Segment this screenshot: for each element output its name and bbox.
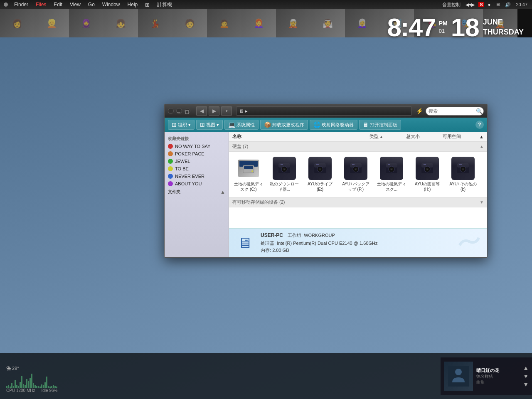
sidebar-dot-red [168, 144, 173, 149]
photo-7[interactable]: 🙍 [207, 9, 241, 37]
disks-section-header[interactable]: 硬盘 (7) ▲ [229, 142, 487, 152]
sidebar-item-tobe[interactable]: TO BE [165, 165, 229, 172]
nav-small[interactable]: ▾ [221, 106, 232, 116]
clock-ampm-day: PM 01 [439, 20, 448, 35]
cpu-bar [44, 382, 46, 388]
sidebar-item-label: TO BE [175, 166, 189, 171]
system-icon: 💻 [228, 121, 235, 128]
address-bar[interactable]: 🖥 ▸ [236, 106, 412, 116]
cpu-bar [18, 386, 19, 388]
window-toolbar: ⊞ 组织 ▾ ⊞ 视图 ▾ 💻 系统属性 📦 卸载或更改程序 🌐 映射网络驱动器… [165, 118, 487, 132]
computer-name: USER-PC [261, 232, 283, 238]
finder-menu[interactable]: Finder [11, 1, 32, 8]
cpu-bar [21, 376, 22, 388]
search-icon: 🔍 [476, 108, 483, 114]
drive-d[interactable]: 私のダウンロード器... [268, 155, 300, 194]
back-button[interactable]: ◀ [196, 106, 207, 116]
photo-5[interactable]: 💃 [138, 9, 172, 37]
sidebar-item-nowayto[interactable]: NO WAY TO SAY [165, 143, 229, 150]
music-album: 曲集 [476, 379, 520, 385]
help-menu[interactable]: Help [124, 1, 141, 8]
edit-menu[interactable]: Edit [50, 1, 66, 8]
svg-point-28 [391, 169, 392, 170]
drive-h[interactable]: AYUの図画等 (H:) [411, 155, 443, 194]
view-menu[interactable]: View [66, 1, 84, 8]
sidebar-dot-blue [168, 174, 173, 179]
cpu-bar [28, 381, 29, 388]
removable-section: 有可移动存储媒的设备 (2) ▼ [229, 197, 487, 207]
cpu-bar [31, 374, 32, 388]
map-drive-button[interactable]: 🌐 映射网络驱动器 [310, 120, 357, 130]
window-menu[interactable]: Window [99, 1, 123, 8]
control-panel-button[interactable]: 🖥 打开控制面板 [359, 120, 401, 130]
photo-9[interactable]: 🧝 [276, 9, 310, 37]
sidebar-item-poker[interactable]: POKER PACE [165, 150, 229, 158]
files-menu[interactable]: Files [32, 1, 49, 8]
go-menu[interactable]: Go [85, 1, 98, 8]
sidebar-item-jewel[interactable]: JEWEL [165, 158, 229, 165]
search-input[interactable] [429, 108, 474, 113]
cpu-bar [16, 385, 17, 388]
uninstall-button[interactable]: 📦 卸载或更改程序 [260, 120, 308, 130]
weather-widget: 🌦 29° [6, 366, 19, 371]
drive-i[interactable]: AYU+その他の (I:) [447, 155, 479, 194]
svg-point-40 [463, 169, 463, 170]
col-type[interactable]: 类型 ▲ [369, 133, 403, 140]
cpu-bar [43, 385, 44, 388]
s-icon: S [478, 2, 484, 7]
organize-button[interactable]: ⊞ 组织 ▾ [168, 120, 195, 130]
window-minimize-button[interactable] [176, 108, 182, 114]
memory-value: 2.00 GB [272, 248, 289, 253]
col-free[interactable]: 可用空间 [443, 133, 476, 140]
clock-time: 8:47 [387, 12, 436, 42]
window-maximize-button[interactable] [185, 108, 190, 114]
photo-2[interactable]: 👱 [34, 9, 69, 37]
idle-label: Idle 96% [41, 388, 57, 393]
clock-widget: 8:47 PM 01 18 JUNE THURSDAY [387, 12, 524, 42]
photo-10[interactable]: 👰 [310, 9, 345, 37]
photo-6[interactable]: 🧑 [172, 9, 207, 37]
forward-button[interactable]: ▶ [209, 106, 219, 116]
drive-c[interactable]: 土地の磁気ディスク (C:) [232, 155, 265, 194]
sidebar-item-neverever[interactable]: NEVER EVER [165, 172, 229, 180]
view-button[interactable]: ⊞ 视图 ▾ [196, 120, 223, 130]
bottom-bar: 🌦 29° [0, 353, 532, 399]
photo-11[interactable]: 👩‍🦳 [345, 9, 379, 37]
drive-e[interactable]: AYUのライブ (E:) [304, 155, 336, 194]
svg-rect-2 [185, 111, 189, 114]
cpu-bar [15, 380, 16, 388]
drive-h-icon [416, 157, 439, 180]
sidebar-item-label: NO WAY TO SAY [175, 144, 210, 149]
drive-d-label: 私のダウンロード器... [270, 181, 299, 192]
window-close-button[interactable] [168, 108, 174, 114]
music-up-button[interactable]: ▲ [523, 365, 529, 371]
file-explorer-window: ◀ ▶ ▾ 🖥 ▸ ⚡ 🔍 ⊞ 组织 ▾ ⊞ 视图 ▾ 💻 系统属性 [164, 104, 488, 258]
cpu-label: CPU 1200 MHz [6, 388, 35, 393]
organize-icon: ⊞ [172, 121, 177, 128]
menubar-left: Finder Files Edit View Go Window Help ⊞ … [0, 0, 175, 9]
sidebar-folder-label[interactable]: 文件夹 ▲ [165, 187, 229, 196]
photo-8[interactable]: 👩‍🦰 [241, 9, 276, 37]
apple-menu[interactable] [2, 0, 10, 9]
drive-g[interactable]: 土地の磁気ディスク... [375, 155, 408, 194]
photo-3[interactable]: 🧕 [69, 9, 103, 37]
photo-1[interactable]: 👩 [0, 9, 34, 37]
system-prop-button[interactable]: 💻 系统属性 [224, 120, 259, 130]
music-down-button[interactable]: ▼ [523, 381, 529, 388]
help-button[interactable]: ? [475, 121, 484, 129]
sidebar-item-aboutyou[interactable]: ABOUT YOU [165, 180, 229, 187]
app-name[interactable]: 計算機 [154, 0, 175, 9]
col-size[interactable]: 总大小 [406, 133, 439, 140]
network-icon: 🌐 [313, 121, 320, 128]
photo-4[interactable]: 👧 [103, 9, 138, 37]
cpu-bar [36, 386, 37, 388]
removable-section-header[interactable]: 有可移动存储媒的设备 (2) ▼ [229, 197, 487, 207]
music-heart-button[interactable]: ♥ [523, 373, 529, 379]
scroll-up[interactable]: ▲ [479, 134, 484, 139]
cpu-bar [33, 383, 34, 388]
disks-section-label: 硬盘 (7) [232, 143, 249, 150]
drive-f[interactable]: AYU+バックアップ (F:) [340, 155, 372, 194]
search-bar[interactable]: 🔍 [426, 107, 484, 116]
col-name[interactable]: 名称 [232, 133, 366, 140]
cpu-bar [11, 383, 12, 388]
